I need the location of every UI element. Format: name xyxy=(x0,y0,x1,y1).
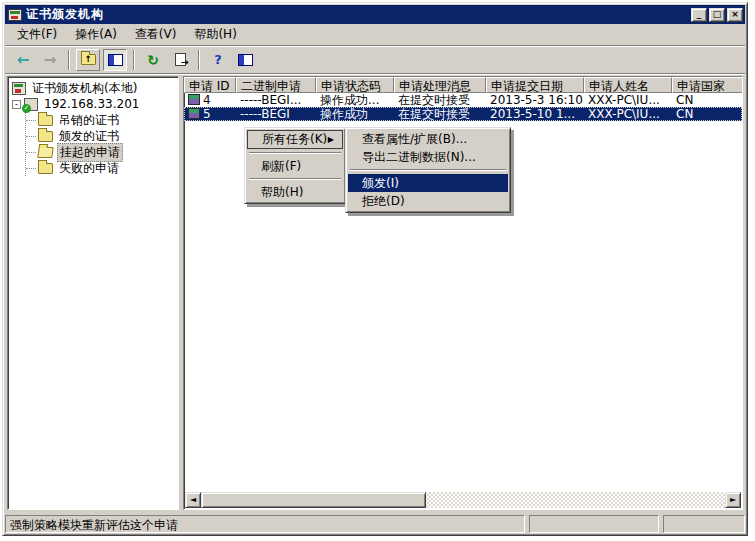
menu-item-view-attributes[interactable]: 查看属性/扩展(B)... xyxy=(348,130,508,148)
tree-server-label: 192.168.33.201 xyxy=(42,97,141,111)
forward-button[interactable]: → xyxy=(38,49,62,71)
menu-file[interactable]: 文件(F) xyxy=(9,24,65,45)
console-tree-pane: 证书颁发机构(本地) - ✓ 192.168.33.201 吊销的证书 颁发的证… xyxy=(7,76,179,510)
back-icon: ← xyxy=(17,51,30,69)
export-list-button[interactable]: → xyxy=(168,49,192,71)
context-menu: 所有任务(K) ▶ 刷新(F) 帮助(H) xyxy=(244,127,346,204)
open-folder-icon xyxy=(37,147,54,158)
toolbar-separator xyxy=(198,50,200,70)
horizontal-scrollbar[interactable]: ◄ ► xyxy=(185,492,741,508)
menu-item-label: 导出二进制数据(N)... xyxy=(362,149,476,166)
window-title: 证书颁发机构 xyxy=(26,6,691,23)
tree-guide xyxy=(26,168,36,169)
certificate-icon xyxy=(188,94,200,105)
tree-folder-label: 失败的申请 xyxy=(57,160,121,177)
cell-status: 操作成功... xyxy=(316,93,394,107)
cell-binary: -----BEGI xyxy=(236,107,316,121)
status-panel-2 xyxy=(529,515,659,533)
tree-root-label: 证书颁发机构(本地) xyxy=(30,80,139,97)
toolbar: ← → ↑ ↻ → ? xyxy=(5,46,745,74)
tree-guide xyxy=(26,152,36,153)
export-list-icon: → xyxy=(175,53,186,66)
menu-separator xyxy=(350,169,506,171)
status-text: 强制策略模块重新评估这个申请 xyxy=(5,515,525,533)
minimize-button[interactable]: _ xyxy=(691,8,707,22)
back-button[interactable]: ← xyxy=(11,49,35,71)
cell-status: 操作成功 xyxy=(316,107,394,121)
all-tasks-submenu: 查看属性/扩展(B)... 导出二进制数据(N)... 颁发(I) 拒绝(D) xyxy=(345,127,511,213)
menu-action[interactable]: 操作(A) xyxy=(67,24,125,45)
console-tree-icon xyxy=(108,54,123,66)
help-button[interactable]: ? xyxy=(206,49,230,71)
cell-request-id: 5 xyxy=(184,107,236,121)
tree-guide xyxy=(26,136,36,137)
menu-item-refresh[interactable]: 刷新(F) xyxy=(247,157,343,175)
menu-item-label: 所有任务(K) xyxy=(262,131,327,148)
menu-separator xyxy=(249,152,341,154)
toolbar-separator xyxy=(68,50,70,70)
cell-request-id: 4 xyxy=(184,93,236,107)
menu-item-label: 查看属性/扩展(B)... xyxy=(362,131,467,148)
tree-item-pending-requests[interactable]: 挂起的申请 xyxy=(26,144,178,160)
title-bar: 证书颁发机构 _ □ × xyxy=(5,5,745,24)
scroll-left-button[interactable]: ◄ xyxy=(185,492,201,508)
status-panel-3 xyxy=(663,515,745,533)
menu-separator xyxy=(249,178,341,180)
maximize-button[interactable]: □ xyxy=(709,8,725,22)
up-folder-icon: ↑ xyxy=(81,54,96,65)
cell-message: 在提交时接受 xyxy=(394,107,486,121)
menu-bar: 文件(F) 操作(A) 查看(V) 帮助(H) xyxy=(5,24,745,46)
column-header-disposition-message[interactable]: 申请处理消息 xyxy=(394,77,486,93)
scroll-right-button[interactable]: ► xyxy=(725,492,741,508)
menu-item-label: 刷新(F) xyxy=(261,158,301,175)
tree-guide xyxy=(26,120,36,121)
menu-item-deny[interactable]: 拒绝(D) xyxy=(348,192,508,210)
close-button[interactable]: × xyxy=(727,8,743,22)
console-icon xyxy=(8,9,22,21)
tree-item-server[interactable]: - ✓ 192.168.33.201 xyxy=(12,96,178,112)
app-window: 证书颁发机构 _ □ × 文件(F) 操作(A) 查看(V) 帮助(H) ← →… xyxy=(2,2,748,536)
forward-icon: → xyxy=(44,51,57,69)
column-header-binary-request[interactable]: 二进制申请 xyxy=(236,77,316,93)
tree-item-revoked-certs[interactable]: 吊销的证书 xyxy=(26,112,178,128)
column-header-request-id[interactable]: 申请 ID xyxy=(184,77,236,93)
folder-icon xyxy=(38,163,53,174)
refresh-icon: ↻ xyxy=(147,52,159,68)
menu-item-help[interactable]: 帮助(H) xyxy=(247,183,343,201)
cell-binary: -----BEGI... xyxy=(236,93,316,107)
submenu-arrow-icon: ▶ xyxy=(328,135,334,144)
cell-requester: XXX-PC\IU... xyxy=(584,93,672,107)
up-one-level-button[interactable]: ↑ xyxy=(76,49,100,71)
column-header-requester-name[interactable]: 申请人姓名 xyxy=(584,77,672,93)
folder-icon xyxy=(38,131,53,142)
menu-view[interactable]: 查看(V) xyxy=(127,24,185,45)
action-pane-icon xyxy=(238,54,253,66)
menu-help[interactable]: 帮助(H) xyxy=(186,24,244,45)
cell-country: CN xyxy=(672,93,743,107)
show-console-tree-button[interactable] xyxy=(103,49,127,71)
list-header: 申请 ID 二进制申请 申请状态码 申请处理消息 申请提交日期 申请人姓名 申请… xyxy=(184,77,742,93)
show-action-pane-button[interactable] xyxy=(233,49,257,71)
scrollbar-track[interactable] xyxy=(426,492,725,508)
tree-folder-label: 吊销的证书 xyxy=(57,112,121,129)
collapse-expander[interactable]: - xyxy=(12,100,21,109)
folder-icon xyxy=(38,115,53,126)
status-bar: 强制策略模块重新评估这个申请 xyxy=(5,513,745,533)
column-header-country[interactable]: 申请国家 xyxy=(672,77,743,93)
certification-authority-icon xyxy=(12,82,26,95)
menu-item-export-binary[interactable]: 导出二进制数据(N)... xyxy=(348,148,508,166)
scrollbar-thumb[interactable] xyxy=(201,492,426,508)
menu-item-label: 帮助(H) xyxy=(261,184,303,201)
column-header-status-code[interactable]: 申请状态码 xyxy=(316,77,394,93)
refresh-button[interactable]: ↻ xyxy=(141,49,165,71)
tree-item-root[interactable]: 证书颁发机构(本地) xyxy=(12,80,178,96)
help-icon: ? xyxy=(214,52,222,67)
request-row-4[interactable]: 4 -----BEGI... 操作成功... 在提交时接受 2013-5-3 1… xyxy=(184,93,742,107)
tree-item-failed-requests[interactable]: 失败的申请 xyxy=(26,160,178,176)
cell-message: 在提交时接受 xyxy=(394,93,486,107)
tree-branch: 吊销的证书 颁发的证书 挂起的申请 失败的申请 xyxy=(25,112,178,176)
column-header-submission-date[interactable]: 申请提交日期 xyxy=(486,77,584,93)
menu-item-all-tasks[interactable]: 所有任务(K) ▶ xyxy=(247,130,343,149)
request-row-5-selected[interactable]: 5 -----BEGI 操作成功 在提交时接受 2013-5-10 1... X… xyxy=(184,107,742,121)
menu-item-issue[interactable]: 颁发(I) xyxy=(348,174,508,192)
